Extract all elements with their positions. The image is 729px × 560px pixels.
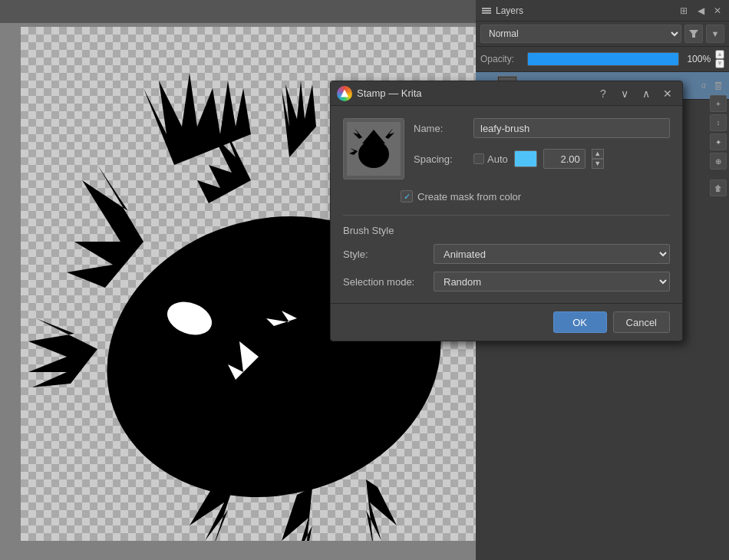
svg-marker-6: [366, 479, 397, 541]
svg-marker-9: [282, 81, 316, 157]
selection-mode-row: Selection mode: Random Cyclic Linear: [343, 272, 670, 292]
name-label: Name:: [414, 123, 467, 134]
spacing-arrows: ▲ ▼: [592, 149, 604, 169]
stamp-dialog: Stamp — Krita ? ∨ ∧ ✕: [330, 81, 683, 341]
style-label: Style:: [343, 249, 427, 260]
krita-logo-icon: [337, 86, 352, 101]
brush-style-section: Brush Style Style: Animated Fixed Random…: [343, 215, 670, 292]
style-select[interactable]: Animated Fixed Random: [434, 244, 670, 264]
layer-action-4[interactable]: ⊕: [710, 153, 727, 170]
layers-header-actions: ⊞ ◀ ✕: [677, 4, 724, 18]
opacity-row: Opacity: 100% ▲ ▼: [476, 47, 729, 72]
auto-label: Auto: [487, 153, 508, 165]
svg-marker-7: [28, 318, 97, 387]
blend-mode-row: Normal ▼: [476, 21, 729, 47]
dialog-collapse-button[interactable]: ∨: [616, 85, 633, 102]
svg-rect-13: [482, 8, 491, 9]
opacity-label: Opacity:: [480, 54, 523, 64]
opacity-increase-button[interactable]: ▲: [715, 50, 724, 59]
canvas-tab-bar: [0, 0, 476, 23]
auto-checkbox[interactable]: [473, 153, 484, 164]
dialog-titlebar: Stamp — Krita ? ∨ ∧ ✕: [331, 81, 682, 106]
svg-rect-15: [482, 12, 491, 14]
spacing-increase-button[interactable]: ▲: [592, 149, 604, 159]
selection-mode-select[interactable]: Random Cyclic Linear: [434, 272, 670, 292]
layer-alpha-lock-button[interactable]: α: [698, 80, 710, 92]
layer-filter-button[interactable]: [684, 25, 703, 43]
auto-checkbox-label[interactable]: Auto: [473, 153, 508, 165]
spacing-label: Spacing:: [414, 153, 467, 165]
dialog-content: Name: Spacing: Auto ▲ ▼: [331, 106, 682, 313]
opacity-decrease-button[interactable]: ▼: [715, 59, 724, 68]
brush-style-title: Brush Style: [343, 225, 670, 236]
layers-unpin-button[interactable]: ⊞: [677, 4, 691, 18]
dialog-footer: OK Cancel: [331, 303, 682, 341]
opacity-slider[interactable]: [527, 52, 679, 66]
layer-action-1[interactable]: +: [710, 95, 727, 112]
opacity-value: 100%: [684, 54, 711, 64]
layer-action-2[interactable]: ↕: [710, 114, 727, 131]
layers-panel-icon: [480, 5, 493, 17]
style-row: Style: Animated Fixed Random: [343, 244, 670, 264]
svg-marker-16: [689, 30, 698, 38]
layer-extra-icons: α: [698, 80, 724, 92]
svg-rect-14: [482, 10, 491, 12]
name-preview-row: Name: Spacing: Auto ▲ ▼: [343, 118, 670, 180]
layer-delete-button[interactable]: [712, 80, 724, 92]
ok-button[interactable]: OK: [553, 311, 607, 333]
name-row: Name:: [414, 118, 670, 138]
mask-label: Create mask from color: [417, 191, 521, 203]
layer-action-3[interactable]: ✦: [710, 133, 727, 150]
mask-checkbox[interactable]: ✓: [401, 190, 413, 203]
opacity-arrows: ▲ ▼: [715, 50, 724, 68]
selection-mode-label: Selection mode:: [343, 276, 427, 288]
svg-marker-1: [67, 165, 143, 288]
layers-panel-title: Layers: [496, 5, 677, 16]
layers-collapse-button[interactable]: ◀: [694, 4, 708, 18]
spacing-row: Spacing: Auto ▲ ▼: [414, 149, 670, 169]
spacing-decrease-button[interactable]: ▼: [592, 159, 604, 169]
spacing-value-input[interactable]: [543, 149, 586, 169]
dialog-help-button[interactable]: ?: [595, 85, 612, 102]
svg-marker-4: [190, 479, 236, 541]
svg-rect-25: [716, 83, 721, 89]
layers-header: Layers ⊞ ◀ ✕: [476, 0, 729, 21]
svg-marker-5: [282, 487, 312, 541]
cancel-button[interactable]: Cancel: [613, 311, 670, 333]
brush-preview: [343, 118, 404, 180]
spacing-color-box[interactable]: [514, 150, 537, 167]
dialog-title: Stamp — Krita: [357, 87, 590, 99]
blend-mode-select[interactable]: Normal: [480, 25, 681, 43]
layers-close-button[interactable]: ✕: [711, 4, 724, 18]
name-input[interactable]: [473, 118, 670, 138]
dialog-close-button[interactable]: ✕: [659, 85, 676, 102]
dialog-expand-button[interactable]: ∧: [638, 85, 655, 102]
mask-row: ✓ Create mask from color: [343, 190, 670, 203]
name-section: Name: Spacing: Auto ▲ ▼: [414, 118, 670, 180]
layer-delete-action[interactable]: 🗑: [710, 180, 727, 196]
layer-options-button[interactable]: ▼: [706, 25, 724, 43]
svg-point-29: [358, 140, 389, 168]
krita-logo-inner: [341, 90, 348, 97]
layer-side-icons: + ↕ ✦ ⊕ 🗑: [708, 92, 729, 199]
